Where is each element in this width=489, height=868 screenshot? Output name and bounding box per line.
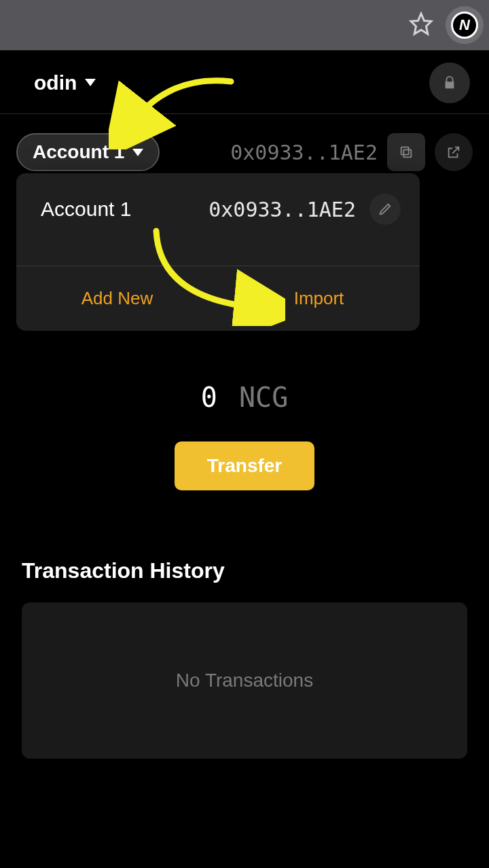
transaction-history-section: Transaction History No Transactions [0,558,489,759]
account-item-address: 0x0933..1AE2 [209,198,356,221]
pencil-icon [378,202,393,217]
chevron-down-icon [132,149,143,156]
balance-currency: NCG [239,382,288,413]
external-link-icon [446,145,461,160]
lock-icon [442,75,457,90]
transfer-button-wrap: Transfer [0,441,489,490]
browser-chrome: N [0,0,489,52]
account-bar: Account 1 0x0933..1AE2 [0,114,489,171]
account-selector-chip[interactable]: Account 1 [16,133,160,171]
balance-amount: 0 [201,382,217,413]
add-new-account-button[interactable]: Add New [16,266,218,331]
extension-avatar-icon[interactable]: N [446,6,484,44]
import-account-button[interactable]: Import [218,266,420,331]
account-dropdown-actions: Add New Import [16,266,420,331]
balance-display: 0 NCG [0,382,489,413]
transaction-empty-text: No Transactions [176,670,313,691]
chevron-down-icon [85,79,96,86]
bookmark-star-icon[interactable] [409,12,433,39]
account-item-name: Account 1 [41,198,131,221]
network-label: odin [34,71,77,94]
account-dropdown-panel: Account 1 0x0933..1AE2 Add New Import [16,173,420,331]
copy-address-button[interactable] [387,133,425,171]
account-dropdown-item[interactable]: Account 1 0x0933..1AE2 [16,173,420,266]
account-address-display: 0x0933..1AE2 [230,141,378,164]
network-selector[interactable]: odin [34,71,96,94]
selected-account-label: Account 1 [33,141,124,163]
svg-marker-0 [411,14,431,34]
svg-rect-2 [401,147,409,155]
open-external-button[interactable] [435,133,473,171]
transfer-button[interactable]: Transfer [175,441,315,490]
transaction-history-title: Transaction History [22,558,467,583]
lock-button[interactable] [429,62,470,103]
extension-badge: N [451,12,478,39]
edit-account-button[interactable] [369,194,401,225]
app-header: odin [0,52,489,114]
transaction-history-empty: No Transactions [22,602,467,759]
copy-icon [399,145,414,160]
svg-rect-1 [403,149,411,157]
